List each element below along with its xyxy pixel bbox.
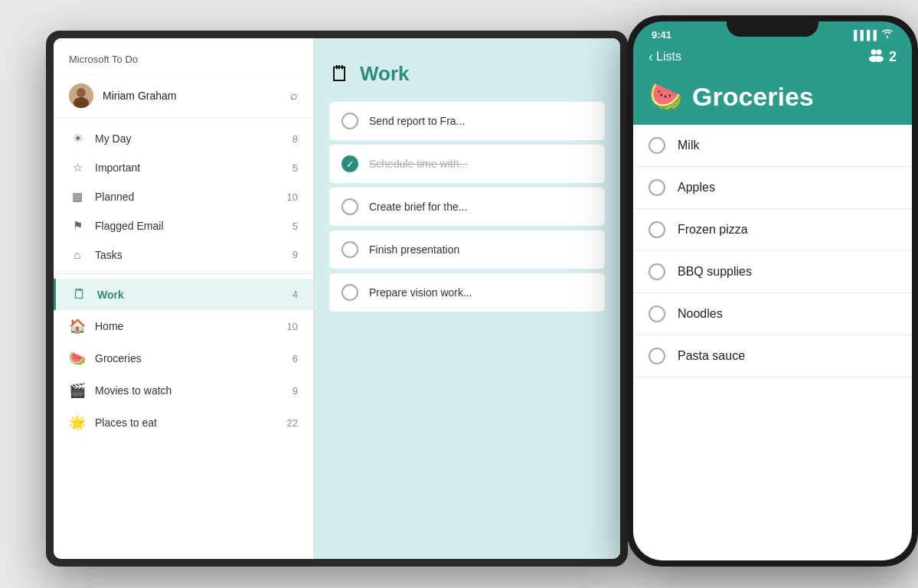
task-checkbox-3[interactable] [341,198,358,215]
sidebar-count-important: 5 [292,162,298,174]
sidebar-nav: ☀ My Day 8 ☆ Important 5 ▦ Planned 10 ⚑ … [54,118,313,559]
sidebar-item-movies[interactable]: 🎬 Movies to watch 9 [54,374,313,407]
grocery-checkbox-2[interactable] [648,179,665,196]
people-icon [867,48,884,65]
phone-time: 9:41 [652,29,671,41]
grocery-item-text-6: Pasta sauce [678,349,745,363]
sidebar-count-tasks: 9 [292,249,298,260]
grocery-item-6[interactable]: Pasta sauce [633,335,912,377]
task-checkbox-4[interactable] [341,241,358,258]
grocery-item-4[interactable]: BBQ supplies [633,251,912,293]
home-icon: ⌂ [69,248,86,261]
grocery-checkbox-6[interactable] [648,348,665,364]
task-text-2: Schedule time with... [369,158,468,170]
sidebar-header: Microsoft To Do [54,38,313,74]
grocery-checkbox-3[interactable] [648,221,665,238]
grocery-checkbox-1[interactable] [648,137,665,154]
grocery-item-text-2: Apples [678,181,715,194]
phone-status-right: ▐▐▐▐ [851,29,893,41]
sidebar-label-work: Work [97,289,292,301]
grocery-title: Groceries [692,82,814,112]
grocery-item-5[interactable]: Noodles [633,293,912,335]
calendar-icon: ▦ [69,190,86,204]
back-button[interactable]: ‹ Lists [648,49,681,65]
task-text-5: Prepare vision work... [369,286,472,299]
grocery-item-text-4: BBQ supplies [678,265,752,279]
search-icon[interactable]: ⌕ [290,89,298,103]
people-count: 2 [889,49,897,65]
sidebar-label-groceries: Groceries [95,352,292,364]
task-checkbox-5[interactable] [341,284,358,301]
grocery-list: Milk Apples Frozen pizza BBQ supplies No… [633,125,912,560]
grocery-item-2[interactable]: Apples [633,167,912,209]
grocery-checkbox-5[interactable] [648,305,665,322]
star-icon: ☆ [69,161,86,175]
sidebar-item-my-day[interactable]: ☀ My Day 8 [54,124,313,153]
svg-point-3 [887,36,888,38]
svg-point-6 [876,50,881,55]
svg-point-4 [871,50,876,55]
list-title-emoji: 🗒 [329,61,351,87]
avatar [69,83,93,108]
sidebar-count-my-day: 8 [292,133,298,145]
phone-header: ‹ Lists 2 [633,45,912,74]
phone-device: 9:41 ▐▐▐▐ ‹ Lists [627,15,918,567]
sidebar-item-important[interactable]: ☆ Important 5 [54,153,313,182]
places-emoji-icon: 🌟 [69,414,86,431]
task-text-1: Send report to Fra... [369,115,465,127]
grocery-item-text-5: Noodles [678,307,723,321]
task-item-1[interactable]: Send report to Fra... [329,102,605,140]
grocery-item-1[interactable]: Milk [633,125,912,167]
sidebar-label-movies: Movies to watch [95,384,292,397]
sidebar: Microsoft To Do Miriam Graham ⌕ ☀ My [54,38,314,559]
task-item-2[interactable]: ✓ Schedule time with... [329,145,605,183]
sidebar-count-groceries: 6 [292,353,298,364]
sidebar-count-flagged-email: 5 [292,220,298,232]
grocery-checkbox-4[interactable] [648,263,665,280]
task-text-3: Create brief for the... [369,201,467,213]
tablet-device: Microsoft To Do Miriam Graham ⌕ ☀ My [46,31,628,567]
user-name: Miriam Graham [103,90,290,102]
sidebar-item-planned[interactable]: ▦ Planned 10 [54,182,313,211]
sidebar-item-flagged-email[interactable]: ⚑ Flagged Email 5 [54,211,313,240]
task-item-4[interactable]: Finish presentation [329,230,605,269]
main-content: 🗒 Work Send report to Fra... ✓ Schedule … [314,38,620,559]
svg-point-7 [874,56,884,62]
groceries-emoji-icon: 🍉 [69,350,86,367]
sidebar-count-work: 4 [292,289,298,300]
sidebar-count-movies: 9 [292,385,298,397]
app-title: Microsoft To Do [69,54,138,65]
sidebar-label-my-day: My Day [95,132,292,145]
sidebar-count-planned: 10 [287,191,298,203]
sidebar-count-home: 10 [287,321,298,332]
sidebar-label-important: Important [95,162,292,174]
home-emoji-icon: 🏠 [69,318,86,335]
sidebar-item-home[interactable]: 🏠 Home 10 [54,310,313,342]
sidebar-item-work[interactable]: 🗒 Work 4 [54,279,313,310]
signal-icon: ▐▐▐▐ [851,30,877,41]
sidebar-item-tasks[interactable]: ⌂ Tasks 9 [54,240,313,269]
task-checkbox-2[interactable]: ✓ [341,155,358,172]
user-profile-row[interactable]: Miriam Graham ⌕ [54,74,313,118]
grocery-item-text-1: Milk [678,139,699,152]
grocery-title-row: 🍉 Groceries [633,74,912,125]
nav-divider [54,273,313,274]
task-checkbox-1[interactable] [341,113,358,129]
grocery-item-3[interactable]: Frozen pizza [633,209,912,251]
movies-emoji-icon: 🎬 [69,382,86,399]
task-item-3[interactable]: Create brief for the... [329,188,605,226]
sidebar-count-places: 22 [287,417,298,429]
task-text-4: Finish presentation [369,243,459,256]
phone-header-right: 2 [867,48,897,65]
work-emoji-icon: 🗒 [71,286,88,302]
sidebar-label-places: Places to eat [95,416,287,429]
sidebar-item-groceries[interactable]: 🍉 Groceries 6 [54,342,313,374]
list-title: Work [360,62,410,86]
list-title-row: 🗒 Work [329,61,605,87]
sidebar-item-places[interactable]: 🌟 Places to eat 22 [54,407,313,439]
sidebar-label-tasks: Tasks [95,249,292,261]
phone-screen: 9:41 ▐▐▐▐ ‹ Lists [633,21,912,560]
task-item-5[interactable]: Prepare vision work... [329,273,605,312]
grocery-emoji-icon: 🍉 [648,80,683,113]
sidebar-label-flagged-email: Flagged Email [95,220,292,232]
